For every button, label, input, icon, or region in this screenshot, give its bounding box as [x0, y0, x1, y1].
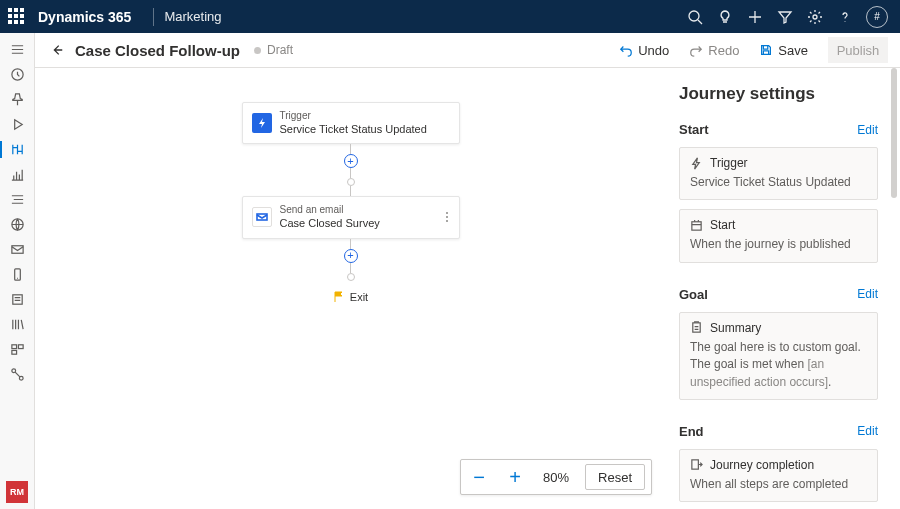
svg-rect-15 — [692, 460, 699, 469]
rail-connections-icon[interactable] — [0, 362, 35, 387]
undo-label: Undo — [638, 43, 669, 58]
card-summary[interactable]: Summary The goal here is to custom goal.… — [679, 312, 878, 400]
save-label: Save — [778, 43, 808, 58]
search-icon[interactable] — [680, 1, 710, 33]
rail-mail-icon[interactable] — [0, 237, 35, 262]
filter-icon[interactable] — [770, 1, 800, 33]
mail-icon — [252, 207, 272, 227]
section-title: Goal — [679, 287, 708, 302]
back-button[interactable] — [47, 40, 67, 60]
rail-segment-icon[interactable] — [0, 187, 35, 212]
section-title: Start — [679, 122, 709, 137]
card-title: Start — [710, 218, 735, 232]
top-nav: Dynamics 365 Marketing # — [0, 0, 900, 33]
add-step-button[interactable]: + — [344, 154, 358, 168]
redo-button[interactable]: Redo — [681, 37, 747, 63]
rail-globe-icon[interactable] — [0, 212, 35, 237]
status-label: Draft — [267, 43, 293, 57]
connector-line — [350, 239, 351, 249]
node-type-label: Trigger — [280, 110, 427, 123]
scrollbar[interactable] — [891, 68, 897, 198]
node-type-label: Send an email — [280, 204, 380, 217]
card-body: When the journey is published — [690, 236, 867, 253]
rail-pinned-icon[interactable] — [0, 87, 35, 112]
card-title: Trigger — [710, 156, 748, 170]
avatar[interactable]: # — [866, 6, 888, 28]
edit-link[interactable]: Edit — [857, 424, 878, 438]
card-title: Journey completion — [710, 458, 814, 472]
card-body: The goal here is to custom goal. The goa… — [690, 339, 867, 391]
zoom-out-button[interactable]: − — [461, 459, 497, 495]
connector-line — [350, 144, 351, 154]
left-rail: RM — [0, 33, 35, 509]
zoom-percent: 80% — [533, 470, 579, 485]
rail-journeys-icon[interactable] — [0, 137, 35, 162]
section-goal: Goal Edit Summary The goal here is to cu… — [679, 287, 878, 400]
flag-icon — [333, 291, 345, 303]
svg-rect-9 — [11, 350, 16, 354]
node-title: Service Ticket Status Updated — [280, 123, 427, 137]
help-icon[interactable] — [830, 1, 860, 33]
command-bar: Case Closed Follow-up Draft Undo Redo Sa… — [35, 33, 900, 68]
rail-form-icon[interactable] — [0, 287, 35, 312]
section-end: End Edit Journey completion When all ste… — [679, 424, 878, 502]
rail-menu-icon[interactable] — [0, 37, 35, 62]
svg-rect-4 — [11, 246, 22, 254]
nav-divider — [153, 8, 154, 26]
panel-heading: Journey settings — [679, 84, 878, 104]
rail-analytics-icon[interactable] — [0, 162, 35, 187]
exit-node[interactable]: Exit — [333, 291, 368, 303]
rail-library-icon[interactable] — [0, 312, 35, 337]
svg-rect-12 — [257, 214, 267, 220]
rail-play-icon[interactable] — [0, 112, 35, 137]
flow-end-joint — [347, 273, 355, 281]
add-step-button[interactable]: + — [344, 249, 358, 263]
area-label[interactable]: Marketing — [164, 9, 221, 24]
bolt-icon — [252, 113, 272, 133]
journey-canvas[interactable]: Trigger Service Ticket Status Updated + … — [35, 68, 666, 509]
svg-rect-8 — [18, 345, 23, 349]
section-start: Start Edit Trigger Service Ticket Status… — [679, 122, 878, 263]
card-body: Service Ticket Status Updated — [690, 174, 867, 191]
gear-icon[interactable] — [800, 1, 830, 33]
svg-point-10 — [11, 369, 15, 373]
save-button[interactable]: Save — [751, 37, 816, 63]
rail-recent-icon[interactable] — [0, 62, 35, 87]
status-chip: Draft — [254, 43, 293, 57]
rail-mobile-icon[interactable] — [0, 262, 35, 287]
calendar-icon — [690, 219, 703, 232]
connector-line — [350, 186, 351, 196]
card-start[interactable]: Start When the journey is published — [679, 209, 878, 262]
card-title: Summary — [710, 321, 761, 335]
status-dot-icon — [254, 47, 261, 54]
redo-label: Redo — [708, 43, 739, 58]
connector-joint — [347, 178, 355, 186]
exit-icon — [690, 458, 703, 471]
area-switcher[interactable]: RM — [6, 481, 28, 503]
bolt-icon — [690, 157, 703, 170]
card-body: When all steps are completed — [690, 476, 867, 493]
email-node[interactable]: Send an email Case Closed Survey — [242, 196, 460, 238]
add-icon[interactable] — [740, 1, 770, 33]
flow-container: Trigger Service Ticket Status Updated + … — [242, 102, 460, 303]
publish-button: Publish — [828, 37, 888, 63]
zoom-control: − + 80% Reset — [460, 459, 652, 495]
zoom-in-button[interactable]: + — [497, 459, 533, 495]
lightbulb-icon[interactable] — [710, 1, 740, 33]
main-area: Trigger Service Ticket Status Updated + … — [35, 68, 888, 509]
edit-link[interactable]: Edit — [857, 287, 878, 301]
svg-rect-13 — [692, 222, 701, 230]
undo-button[interactable]: Undo — [611, 37, 677, 63]
rail-assets-icon[interactable] — [0, 337, 35, 362]
card-completion[interactable]: Journey completion When all steps are co… — [679, 449, 878, 502]
app-launcher-icon[interactable] — [8, 8, 26, 26]
zoom-reset-button[interactable]: Reset — [585, 464, 645, 490]
trigger-node[interactable]: Trigger Service Ticket Status Updated — [242, 102, 460, 144]
connector-line — [350, 263, 351, 273]
connector-line — [350, 168, 351, 178]
edit-link[interactable]: Edit — [857, 123, 878, 137]
node-title: Case Closed Survey — [280, 217, 380, 231]
node-overflow-icon[interactable] — [444, 212, 450, 222]
svg-rect-6 — [12, 295, 21, 304]
card-trigger[interactable]: Trigger Service Ticket Status Updated — [679, 147, 878, 200]
